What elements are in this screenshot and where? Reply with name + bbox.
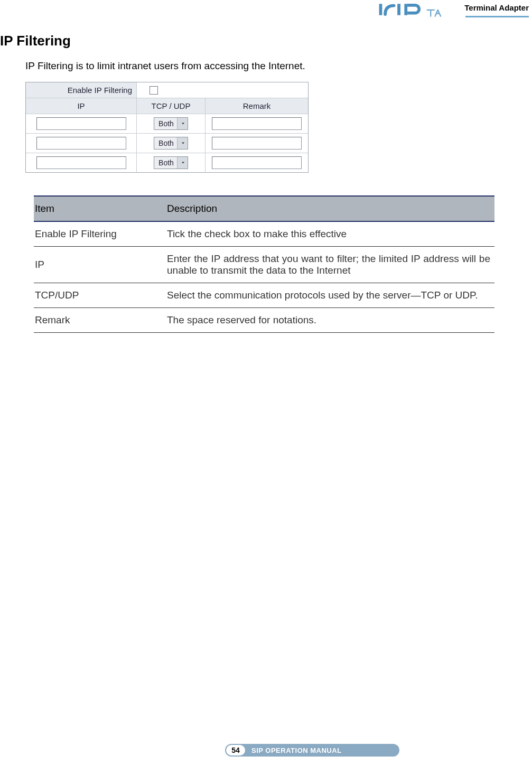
cell-desc: Enter the IP address that you want to fi… bbox=[166, 247, 494, 283]
chevron-down-icon bbox=[177, 157, 188, 169]
section-title: IP Filtering bbox=[0, 33, 71, 49]
sip-logo-icon bbox=[379, 2, 432, 17]
footer: 54 SIP OPERATION MANUAL bbox=[0, 742, 532, 759]
page: Terminal Adapter IP Filtering IP Filteri… bbox=[0, 0, 532, 765]
filter-row: Both bbox=[26, 134, 308, 153]
table-row: TCP/UDP Select the communication protoco… bbox=[34, 283, 494, 308]
cell-desc: Tick the check box to make this effectiv… bbox=[166, 221, 494, 247]
svg-rect-0 bbox=[379, 4, 382, 15]
column-header-row: IP TCP / UDP Remark bbox=[26, 98, 308, 114]
proto-select-value: Both bbox=[154, 158, 177, 167]
th-item: Item bbox=[34, 196, 166, 221]
table-row: Enable IP Filtering Tick the check box t… bbox=[34, 221, 494, 247]
section-intro: IP Filtering is to limit intranet users … bbox=[25, 60, 305, 72]
cell-item: Enable IP Filtering bbox=[34, 221, 166, 247]
col-proto: TCP / UDP bbox=[137, 98, 206, 114]
proto-select[interactable]: Both bbox=[154, 117, 188, 130]
enable-row: Enable IP Filtering bbox=[26, 82, 308, 98]
enable-cell bbox=[137, 82, 308, 98]
chevron-down-icon bbox=[177, 137, 188, 149]
logo bbox=[379, 2, 432, 17]
proto-select[interactable]: Both bbox=[154, 137, 188, 150]
remark-input[interactable] bbox=[212, 137, 302, 150]
col-ip: IP bbox=[26, 98, 137, 114]
ip-filter-panel: Enable IP Filtering IP TCP / UDP Remark … bbox=[25, 82, 309, 173]
cell-item: TCP/UDP bbox=[34, 283, 166, 308]
ta-logo-icon bbox=[426, 7, 442, 20]
cell-desc: The space reserved for notations. bbox=[166, 308, 494, 333]
header: Terminal Adapter bbox=[321, 0, 532, 21]
cell-item: IP bbox=[34, 247, 166, 283]
enable-label: Enable IP Filtering bbox=[26, 82, 137, 98]
cell-item: Remark bbox=[34, 308, 166, 333]
table-row: Remark The space reserved for notations. bbox=[34, 308, 494, 333]
table-row: IP Enter the IP address that you want to… bbox=[34, 247, 494, 283]
th-desc: Description bbox=[166, 196, 494, 221]
filter-row: Both bbox=[26, 153, 308, 172]
proto-select[interactable]: Both bbox=[154, 156, 188, 169]
description-table: Item Description Enable IP Filtering Tic… bbox=[34, 195, 494, 333]
remark-input[interactable] bbox=[212, 117, 302, 130]
col-remark: Remark bbox=[206, 98, 308, 114]
enable-checkbox[interactable] bbox=[150, 86, 158, 95]
table-header-row: Item Description bbox=[34, 196, 494, 221]
ip-input[interactable] bbox=[36, 117, 126, 130]
proto-select-value: Both bbox=[154, 139, 177, 147]
svg-rect-2 bbox=[404, 4, 407, 15]
svg-rect-1 bbox=[397, 4, 400, 15]
proto-select-value: Both bbox=[154, 119, 177, 128]
remark-input[interactable] bbox=[212, 156, 302, 169]
header-product-name: Terminal Adapter bbox=[464, 3, 529, 12]
filter-row: Both bbox=[26, 114, 308, 134]
header-underline bbox=[465, 16, 529, 17]
footer-manual-title: SIP OPERATION MANUAL bbox=[241, 744, 399, 757]
ip-input[interactable] bbox=[36, 137, 126, 150]
cell-desc: Select the communication protocols used … bbox=[166, 283, 494, 308]
ip-input[interactable] bbox=[36, 156, 126, 169]
chevron-down-icon bbox=[177, 118, 188, 129]
page-number: 54 bbox=[225, 744, 246, 757]
